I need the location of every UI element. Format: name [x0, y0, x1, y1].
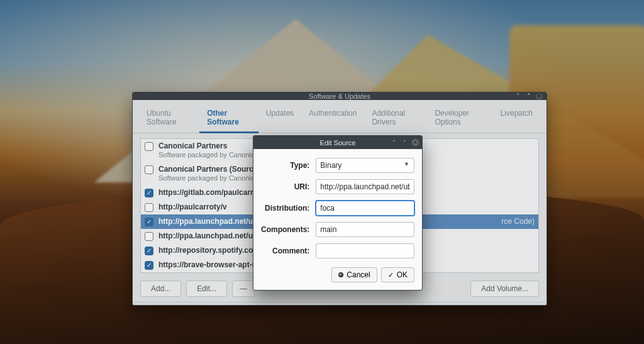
components-input[interactable] — [316, 222, 414, 237]
distribution-input[interactable] — [316, 201, 414, 216]
remove-button[interactable]: — — [232, 280, 255, 297]
tab-other-software[interactable]: Other Software — [199, 104, 258, 133]
tab-authentication[interactable]: Authentication — [301, 104, 364, 133]
checkbox[interactable]: ✓ — [145, 189, 153, 197]
edit-source-dialog: Edit Source ˅ ˄ ✕ Type: Binary URI: Dist… — [253, 135, 423, 291]
uri-input[interactable] — [316, 179, 414, 194]
comment-input[interactable] — [316, 243, 414, 258]
tab-livepatch[interactable]: Livepatch — [493, 104, 540, 133]
checkbox[interactable]: ✓ — [145, 261, 153, 270]
cancel-button[interactable]: Cancel — [331, 267, 377, 282]
type-label: Type: — [261, 161, 309, 170]
dialog-minimize-icon[interactable]: ˅ — [391, 139, 397, 146]
window-titlebar[interactable]: Software & Updates ˅ ˄ ✕ — [133, 92, 547, 100]
window-minimize-icon[interactable]: ˅ — [514, 93, 521, 100]
checkbox[interactable]: ✓ — [145, 218, 153, 226]
checkbox[interactable]: ✓ — [145, 247, 153, 255]
ok-label: OK — [397, 270, 408, 279]
dialog-close-icon[interactable]: ✕ — [412, 139, 419, 146]
window-close-icon[interactable]: ✕ — [536, 93, 543, 100]
checkbox[interactable] — [145, 232, 153, 241]
dialog-titlebar[interactable]: Edit Source ˅ ˄ ✕ — [253, 136, 422, 149]
checkbox[interactable] — [145, 203, 153, 212]
checkbox[interactable] — [145, 142, 153, 151]
dialog-title: Edit Source — [320, 139, 356, 147]
checkbox[interactable] — [145, 165, 153, 174]
uri-label: URI: — [261, 182, 309, 191]
cancel-icon — [338, 272, 343, 277]
add-volume-button[interactable]: Add Volume... — [470, 280, 539, 297]
item-title: Canonical Partners — [158, 141, 267, 151]
tab-bar: Ubuntu Software Other Software Updates A… — [133, 100, 547, 133]
item-trailing: rce Code) — [501, 217, 535, 226]
tab-updates[interactable]: Updates — [258, 104, 302, 133]
edit-button[interactable]: Edit... — [186, 280, 227, 297]
dialog-maximize-icon[interactable]: ˄ — [401, 139, 408, 146]
window-maximize-icon[interactable]: ˄ — [525, 93, 532, 100]
distribution-label: Distribution: — [261, 204, 309, 213]
ok-button[interactable]: ✓ OK — [381, 267, 414, 282]
tab-ubuntu-software[interactable]: Ubuntu Software — [139, 104, 199, 133]
comment-label: Comment: — [261, 247, 309, 255]
check-icon: ✓ — [388, 271, 394, 279]
add-button[interactable]: Add... — [140, 280, 181, 297]
type-select[interactable]: Binary — [316, 158, 414, 173]
components-label: Components: — [261, 225, 309, 234]
tab-additional-drivers[interactable]: Additional Drivers — [364, 104, 427, 133]
item-title: http://paulcarroty/v — [158, 203, 227, 212]
item-subtitle: Software packaged by Canonical fo — [158, 151, 267, 160]
cancel-label: Cancel — [347, 270, 370, 279]
tab-developer-options[interactable]: Developer Options — [427, 104, 492, 133]
window-title: Software & Updates — [309, 92, 370, 100]
